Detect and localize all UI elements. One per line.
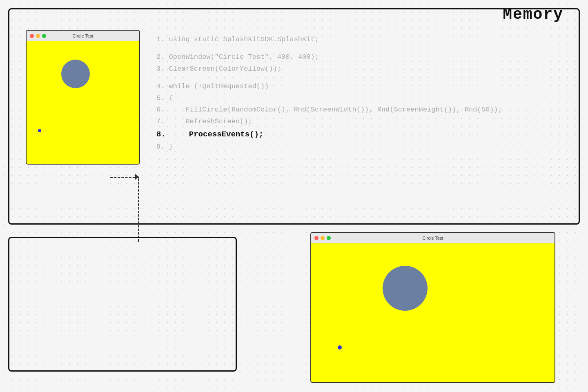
- sim-window-small-title: Circle Test: [72, 33, 93, 38]
- dashed-arrow-container: [135, 174, 139, 180]
- code-line-2: 2. OpenWindow("Circle Test", 400, 400);: [156, 51, 554, 63]
- small-window-dot: [38, 129, 41, 132]
- dot-green: [42, 34, 46, 38]
- dot-red: [30, 34, 34, 38]
- code-area: 1. using static SplashKitSDK.SplashKit; …: [156, 34, 554, 153]
- sim-window-large: Circle Test: [310, 232, 555, 383]
- dashed-arrow-head: [135, 174, 139, 180]
- code-line-1: 1. using static SplashKitSDK.SplashKit;: [156, 34, 554, 46]
- sim-window-large-titlebar: Circle Test: [311, 233, 555, 243]
- sim-window-large-canvas: [311, 243, 555, 382]
- code-line-8: 8. ProcessEvents();: [156, 128, 554, 141]
- sim-window-large-title: Circle Test: [422, 236, 443, 241]
- large-dot-yellow: [321, 236, 325, 240]
- small-window-circle: [61, 60, 90, 88]
- large-dot-green: [327, 236, 331, 240]
- code-line-5: 5. {: [156, 93, 554, 105]
- dot-yellow: [36, 34, 40, 38]
- dashed-connector-vertical: [138, 178, 139, 242]
- code-line-7: 7. RefreshScreen();: [156, 116, 554, 128]
- code-line-3: 3. ClearScreen(ColorYellow());: [156, 63, 554, 75]
- large-window-dot: [338, 345, 342, 350]
- memory-box: Circle Test 1. using static SplashKitSDK…: [8, 8, 580, 225]
- large-dot-red: [314, 236, 318, 240]
- code-line-empty1: [156, 46, 554, 51]
- code-line-6: 6. FillCircle(RandomColor(), Rnd(ScreenW…: [156, 104, 554, 116]
- sim-window-small: Circle Test: [26, 30, 140, 165]
- code-line-4: 4. while (!QuitRequested()): [156, 81, 554, 93]
- sim-window-small-titlebar: Circle Test: [27, 31, 139, 41]
- code-line-empty2: [156, 75, 554, 81]
- code-line-9: 9. }: [156, 141, 554, 153]
- cpu-box: ProgramCounter 8 4 CPU: [8, 237, 237, 372]
- sim-window-small-canvas: [27, 41, 139, 164]
- large-window-circle: [383, 266, 428, 311]
